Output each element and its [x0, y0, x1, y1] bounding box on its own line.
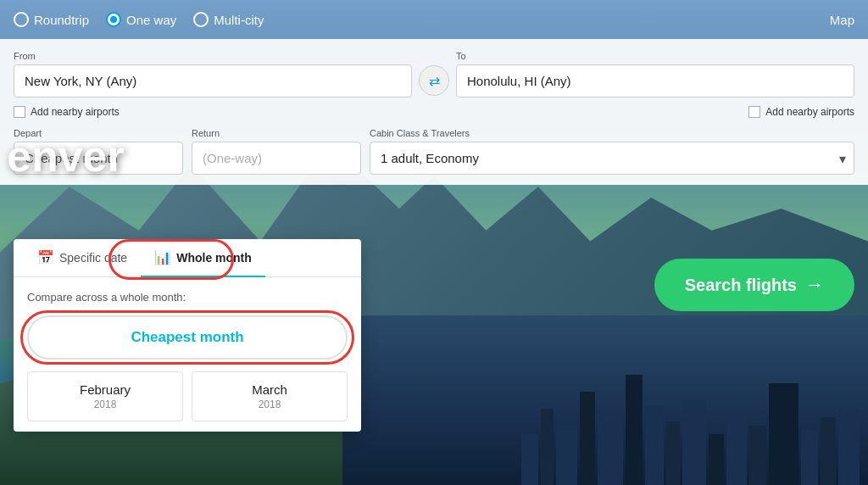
february-name: February	[35, 382, 175, 397]
city-partial: enver	[0, 117, 349, 185]
multicity-radio[interactable]	[193, 12, 209, 27]
from-nearby-label: Add nearby airports	[31, 106, 120, 118]
march-year: 2018	[199, 399, 340, 410]
roundtrip-label: Roundtrip	[34, 13, 89, 27]
building	[598, 417, 623, 485]
calendar-icon: 📅	[37, 249, 54, 265]
building	[521, 434, 538, 485]
march-name: March	[199, 382, 340, 397]
cheapest-month-wrapper: Cheapest month	[27, 315, 348, 360]
building	[682, 400, 706, 485]
skyline-bg	[342, 315, 868, 485]
search-flights-label: Search flights	[685, 276, 797, 295]
city-text: enver	[0, 131, 131, 185]
cabin-field-group: Cabin Class & Travelers 1 adult, Economy	[370, 128, 854, 175]
roundtrip-option[interactable]: Roundtrip	[14, 12, 89, 27]
search-flights-button[interactable]: Search flights →	[654, 259, 854, 311]
building	[709, 434, 724, 485]
nearby-row: Add nearby airports Add nearby airports	[14, 106, 854, 118]
skyline	[342, 349, 868, 485]
to-label: To	[456, 51, 854, 61]
cabin-select-wrapper: 1 adult, Economy	[370, 142, 854, 175]
trip-type-group: Roundtrip One way Multi-city	[14, 12, 830, 27]
building	[580, 392, 595, 485]
building	[556, 426, 577, 485]
multicity-label: Multi-city	[214, 13, 264, 27]
building	[769, 383, 798, 485]
building	[626, 375, 643, 485]
oneway-option[interactable]: One way	[106, 12, 176, 27]
oneway-radio[interactable]	[106, 12, 121, 27]
cabin-select[interactable]: 1 adult, Economy	[370, 142, 854, 175]
roundtrip-radio[interactable]	[14, 12, 29, 27]
cheapest-month-option[interactable]: Cheapest month	[27, 315, 348, 360]
building	[726, 413, 747, 485]
date-dropdown-panel: 📅 Specific date 📊 Whole month Compare ac…	[14, 239, 361, 432]
to-nearby-option[interactable]: Add nearby airports	[748, 106, 854, 118]
arrow-icon: →	[805, 274, 824, 296]
building	[838, 409, 860, 485]
month-grid: February 2018 March 2018	[27, 371, 348, 421]
tab-row: 📅 Specific date 📊 Whole month	[14, 239, 361, 277]
building	[541, 409, 554, 485]
from-field-group: From	[14, 51, 412, 98]
to-field-group: To	[456, 51, 854, 98]
dropdown-content: Compare across a whole month: Cheapest m…	[14, 277, 361, 421]
building	[645, 404, 664, 485]
map-button[interactable]: Map	[830, 13, 854, 27]
from-label: From	[14, 51, 412, 61]
specific-date-label: Specific date	[59, 251, 127, 265]
march-option[interactable]: March 2018	[192, 371, 348, 421]
whole-month-tab[interactable]: 📊 Whole month	[141, 239, 265, 277]
main-content: Roundtrip One way Multi-city Map From ⇄	[0, 0, 868, 185]
february-year: 2018	[35, 399, 175, 410]
swap-button[interactable]: ⇄	[419, 65, 449, 96]
from-nearby-option[interactable]: Add nearby airports	[14, 106, 120, 118]
from-nearby-checkbox[interactable]	[14, 106, 25, 118]
to-nearby-label: Add nearby airports	[765, 106, 854, 118]
top-bar: Roundtrip One way Multi-city Map	[0, 0, 868, 39]
multicity-option[interactable]: Multi-city	[193, 12, 264, 27]
from-input[interactable]	[14, 64, 412, 98]
cabin-label: Cabin Class & Travelers	[370, 128, 854, 138]
oneway-label: One way	[126, 13, 176, 27]
to-input[interactable]	[456, 64, 854, 98]
building	[666, 421, 680, 485]
bar-chart-icon: 📊	[154, 249, 171, 265]
from-to-row: From ⇄ To	[14, 51, 854, 98]
building	[821, 417, 836, 485]
compare-label: Compare across a whole month:	[27, 291, 348, 304]
whole-month-label: Whole month	[176, 251, 252, 265]
building	[801, 430, 818, 485]
to-nearby-checkbox[interactable]	[748, 106, 760, 118]
building	[749, 426, 766, 485]
specific-date-tab[interactable]: 📅 Specific date	[24, 239, 141, 277]
february-option[interactable]: February 2018	[27, 371, 183, 421]
